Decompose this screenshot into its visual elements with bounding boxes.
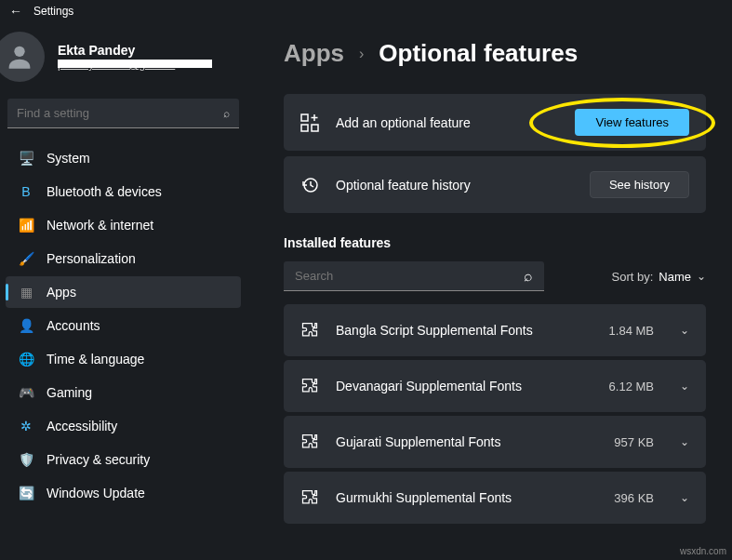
sidebar-item-network-internet[interactable]: 📶Network & internet <box>6 209 241 241</box>
sidebar-item-gaming[interactable]: 🎮Gaming <box>6 377 241 408</box>
feature-name: Devanagari Supplemental Fonts <box>336 379 592 393</box>
back-icon[interactable]: ← <box>9 4 22 19</box>
nav-label: Time & language <box>47 352 144 367</box>
avatar <box>0 32 45 82</box>
feature-name: Gurmukhi Supplemental Fonts <box>336 490 597 505</box>
nav-icon: 📶 <box>19 218 33 233</box>
nav-list: 🖥️SystemBBluetooth & devices📶Network & i… <box>0 141 246 510</box>
nav-icon: B <box>19 184 33 199</box>
puzzle-icon <box>300 488 319 507</box>
watermark: wsxdn.com <box>680 546 726 556</box>
search-input[interactable] <box>17 106 223 120</box>
sidebar-item-accessibility[interactable]: ✲Accessibility <box>6 410 241 442</box>
nav-icon: 🌐 <box>19 352 33 367</box>
add-component-icon <box>300 113 319 132</box>
svg-rect-2 <box>301 125 308 131</box>
sidebar-item-accounts[interactable]: 👤Accounts <box>6 310 241 341</box>
feature-list: Bangla Script Supplemental Fonts 1.84 MB… <box>284 304 706 524</box>
chevron-down-icon: ⌄ <box>680 324 689 337</box>
profile-block[interactable]: Ekta Pandey pandeyekta78@gmail... <box>0 32 246 99</box>
installed-heading: Installed features <box>284 235 706 250</box>
filter-row: ⌕ Sort by: Name ⌄ <box>284 261 706 291</box>
feature-size: 396 KB <box>614 491 654 505</box>
nav-label: Personalization <box>47 251 136 266</box>
profile-name: Ekta Pandey <box>58 43 175 58</box>
sidebar: Ekta Pandey pandeyekta78@gmail... ⌕ 🖥️Sy… <box>0 22 246 560</box>
feature-row[interactable]: Devanagari Supplemental Fonts 6.12 MB ⌄ <box>284 360 706 412</box>
window-title: Settings <box>33 5 73 18</box>
sidebar-item-bluetooth-devices[interactable]: BBluetooth & devices <box>6 176 241 207</box>
chevron-down-icon: ⌄ <box>697 270 706 283</box>
feature-row[interactable]: Gurmukhi Supplemental Fonts 396 KB ⌄ <box>284 472 706 524</box>
add-feature-card: Add an optional feature View features <box>284 94 706 151</box>
nav-icon: 🖌️ <box>19 251 33 266</box>
sidebar-item-apps[interactable]: ▦Apps <box>6 276 241 308</box>
nav-label: Gaming <box>47 385 92 400</box>
chevron-down-icon: ⌄ <box>680 380 689 393</box>
svg-rect-1 <box>301 114 308 121</box>
sidebar-item-windows-update[interactable]: 🔄Windows Update <box>6 477 241 509</box>
feature-name: Bangla Script Supplemental Fonts <box>336 323 592 338</box>
nav-label: Apps <box>47 285 76 300</box>
nav-icon: 🔄 <box>19 486 33 500</box>
see-history-button[interactable]: See history <box>590 171 689 198</box>
puzzle-icon <box>300 321 319 340</box>
breadcrumb: Apps › Optional features <box>284 39 706 68</box>
svg-point-0 <box>14 47 24 57</box>
nav-icon: ▦ <box>19 285 33 300</box>
chevron-down-icon: ⌄ <box>680 491 689 504</box>
feature-row[interactable]: Bangla Script Supplemental Fonts 1.84 MB… <box>284 304 706 356</box>
puzzle-icon <box>300 433 319 451</box>
sort-value: Name <box>659 270 691 284</box>
title-bar: ← Settings <box>0 0 732 22</box>
nav-icon: 🖥️ <box>19 151 33 166</box>
history-icon <box>300 176 319 194</box>
sidebar-item-time-language[interactable]: 🌐Time & language <box>6 343 241 375</box>
nav-label: Bluetooth & devices <box>47 184 162 199</box>
main-panel: Apps › Optional features Add an optional… <box>246 22 732 560</box>
nav-icon: 🛡️ <box>19 452 33 467</box>
search-icon: ⌕ <box>223 107 230 120</box>
installed-search-input[interactable] <box>295 269 524 283</box>
feature-row[interactable]: Gujarati Supplemental Fonts 957 KB ⌄ <box>284 416 706 468</box>
view-features-button[interactable]: View features <box>575 109 689 136</box>
nav-label: System <box>47 151 90 166</box>
profile-email: pandeyekta78@gmail... <box>58 58 175 71</box>
sidebar-item-personalization[interactable]: 🖌️Personalization <box>6 243 241 274</box>
sidebar-item-privacy-security[interactable]: 🛡️Privacy & security <box>6 444 241 475</box>
chevron-down-icon: ⌄ <box>680 435 689 448</box>
add-feature-label: Add an optional feature <box>336 115 558 130</box>
chevron-right-icon: › <box>359 46 364 62</box>
breadcrumb-parent[interactable]: Apps <box>284 39 344 68</box>
feature-size: 1.84 MB <box>609 324 654 338</box>
sort-label: Sort by: <box>612 270 654 284</box>
sort-dropdown[interactable]: Sort by: Name ⌄ <box>612 270 706 284</box>
feature-name: Gujarati Supplemental Fonts <box>336 434 597 449</box>
history-label: Optional feature history <box>336 178 573 193</box>
svg-rect-3 <box>312 125 318 131</box>
installed-search[interactable]: ⌕ <box>284 261 544 291</box>
sidebar-item-system[interactable]: 🖥️System <box>6 142 241 174</box>
nav-icon: 👤 <box>19 318 33 333</box>
puzzle-icon <box>300 377 319 395</box>
nav-label: Privacy & security <box>47 452 150 467</box>
nav-label: Network & internet <box>47 218 153 233</box>
feature-size: 6.12 MB <box>609 380 654 393</box>
nav-icon: ✲ <box>19 419 33 433</box>
nav-label: Accessibility <box>47 419 117 433</box>
history-card: Optional feature history See history <box>284 156 706 213</box>
feature-size: 957 KB <box>614 435 654 449</box>
nav-icon: 🎮 <box>19 385 33 400</box>
find-setting-search[interactable]: ⌕ <box>7 99 239 128</box>
nav-label: Windows Update <box>47 486 145 500</box>
search-icon: ⌕ <box>524 268 533 285</box>
breadcrumb-current: Optional features <box>379 39 578 68</box>
nav-label: Accounts <box>47 318 100 333</box>
